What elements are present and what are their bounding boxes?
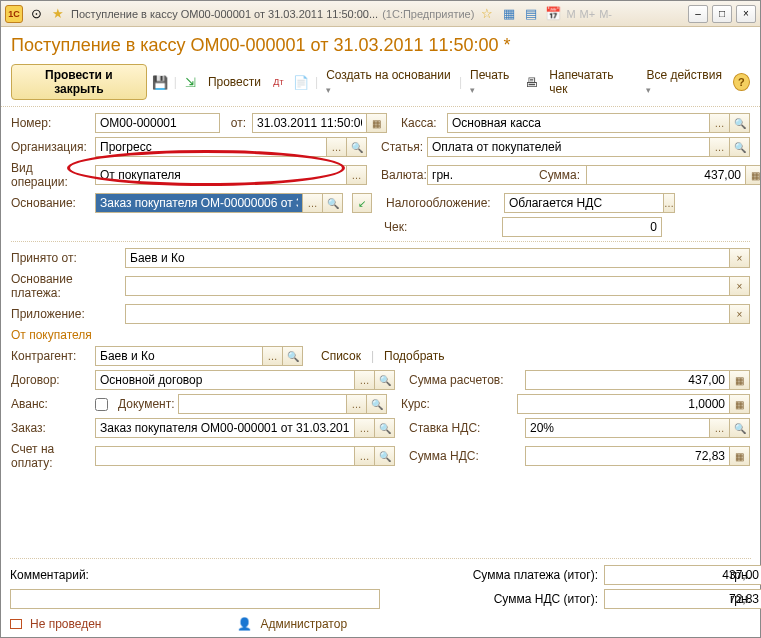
search-icon[interactable]: 🔍 xyxy=(283,346,303,366)
search-icon[interactable]: 🔍 xyxy=(730,113,750,133)
post-and-close-button[interactable]: Провести и закрыть xyxy=(11,64,147,100)
lookup-icon[interactable]: … xyxy=(347,165,367,185)
contractor-input[interactable] xyxy=(95,346,263,366)
lookup-icon[interactable]: … xyxy=(355,370,375,390)
search-icon[interactable]: 🔍 xyxy=(375,370,395,390)
vat-rate-input[interactable] xyxy=(525,418,710,438)
lookup-icon[interactable]: … xyxy=(263,346,283,366)
tax-input[interactable] xyxy=(504,193,664,213)
window-title: Поступление в кассу ОМ00-000001 от 31.03… xyxy=(71,8,378,20)
print-button[interactable]: Печать xyxy=(466,66,518,98)
app-suffix: (1С:Предприятие) xyxy=(382,8,474,20)
search-icon[interactable]: 🔍 xyxy=(730,418,750,438)
lookup-icon[interactable]: … xyxy=(303,193,323,213)
close-button[interactable]: × xyxy=(736,5,756,23)
calculator-icon[interactable]: ▦ xyxy=(730,394,750,414)
calendar-picker-icon[interactable]: ▦ xyxy=(367,113,387,133)
clear-icon[interactable]: × xyxy=(730,276,750,296)
check-input[interactable] xyxy=(502,217,662,237)
all-actions-button[interactable]: Все действия xyxy=(642,66,728,98)
lookup-icon[interactable]: … xyxy=(355,418,375,438)
label-order: Заказ: xyxy=(11,421,89,435)
comment-input[interactable] xyxy=(10,589,380,609)
contract-input[interactable] xyxy=(95,370,355,390)
search-icon[interactable]: 🔍 xyxy=(347,137,367,157)
create-based-button[interactable]: Создать на основании xyxy=(322,66,455,98)
titlebar: 1C ⊙ ★ Поступление в кассу ОМ00-000001 о… xyxy=(1,1,760,27)
lookup-icon[interactable]: … xyxy=(710,137,730,157)
doc-icon[interactable]: 📄 xyxy=(292,72,311,92)
lookup-icon[interactable]: … xyxy=(347,394,367,414)
print-check-button[interactable]: Напечатать чек xyxy=(545,66,634,98)
help-icon[interactable]: ? xyxy=(733,73,750,91)
search-icon[interactable]: 🔍 xyxy=(323,193,343,213)
fav-icon[interactable]: ☆ xyxy=(478,5,496,23)
advance-checkbox[interactable] xyxy=(95,398,108,411)
label-document: Документ: xyxy=(118,397,172,411)
status-icon xyxy=(10,619,22,629)
search-icon[interactable]: 🔍 xyxy=(730,137,750,157)
m-plus-label: M+ xyxy=(580,8,596,20)
fill-icon[interactable]: ↙ xyxy=(352,193,372,213)
currency-label: грн. xyxy=(730,568,751,582)
back-icon[interactable]: ⊙ xyxy=(27,5,45,23)
label-settlement: Сумма расчетов: xyxy=(409,373,519,387)
search-icon[interactable]: 🔍 xyxy=(367,394,387,414)
search-icon[interactable]: 🔍 xyxy=(375,418,395,438)
post-icon[interactable]: ⇲ xyxy=(181,72,200,92)
lookup-icon[interactable]: … xyxy=(327,137,347,157)
calendar-icon[interactable]: 📅 xyxy=(544,5,562,23)
label-org: Организация: xyxy=(11,140,89,154)
label-basis: Основание: xyxy=(11,196,89,210)
user-icon: 👤 xyxy=(237,617,252,631)
label-kassa: Касса: xyxy=(401,116,441,130)
label-number: Номер: xyxy=(11,116,89,130)
sum-input[interactable] xyxy=(586,165,746,185)
star-icon[interactable]: ★ xyxy=(49,5,67,23)
minimize-button[interactable]: – xyxy=(688,5,708,23)
pick-link[interactable]: Подобрать xyxy=(380,347,448,365)
label-from: от: xyxy=(226,116,246,130)
calculator-icon[interactable]: ▦ xyxy=(730,446,750,466)
label-tax: Налогообложение: xyxy=(386,196,498,210)
basis-input[interactable] xyxy=(95,193,303,213)
calculator-icon[interactable]: ▦ xyxy=(746,165,761,185)
section-from-buyer: От покупателя xyxy=(11,328,750,342)
label-invoice: Счет на оплату: xyxy=(11,442,89,470)
received-input[interactable] xyxy=(125,248,730,268)
date-input[interactable] xyxy=(252,113,367,133)
lookup-icon[interactable]: … xyxy=(710,418,730,438)
history-icon[interactable]: ▦ xyxy=(500,5,518,23)
label-vat-rate: Ставка НДС: xyxy=(409,421,519,435)
rate-input[interactable] xyxy=(517,394,730,414)
post-button[interactable]: Провести xyxy=(204,73,265,91)
lookup-icon[interactable]: … xyxy=(664,193,675,213)
label-comment: Комментарий: xyxy=(10,568,88,582)
toolbar: Провести и закрыть 💾 | ⇲ Провести Дт 📄 |… xyxy=(1,60,760,107)
currency-label: грн. xyxy=(730,592,751,606)
vat-sum-input[interactable] xyxy=(525,446,730,466)
org-input[interactable] xyxy=(95,137,327,157)
search-icon[interactable]: 🔍 xyxy=(375,446,395,466)
invoice-input[interactable] xyxy=(95,446,355,466)
lookup-icon[interactable]: … xyxy=(710,113,730,133)
settlement-input[interactable] xyxy=(525,370,730,390)
save-icon[interactable]: 💾 xyxy=(151,72,170,92)
maximize-button[interactable]: □ xyxy=(712,5,732,23)
dt-kt-icon[interactable]: Дт xyxy=(269,72,288,92)
clear-icon[interactable]: × xyxy=(730,304,750,324)
printer-icon[interactable]: 🖶 xyxy=(522,72,541,92)
calculator-icon[interactable]: ▦ xyxy=(730,370,750,390)
kassa-input[interactable] xyxy=(447,113,710,133)
attachment-input[interactable] xyxy=(125,304,730,324)
optype-input[interactable] xyxy=(95,165,347,185)
calc-icon[interactable]: ▤ xyxy=(522,5,540,23)
number-input[interactable] xyxy=(95,113,220,133)
list-link[interactable]: Список xyxy=(317,347,365,365)
lookup-icon[interactable]: … xyxy=(355,446,375,466)
order-input[interactable] xyxy=(95,418,355,438)
pay-basis-input[interactable] xyxy=(125,276,730,296)
article-input[interactable] xyxy=(427,137,710,157)
clear-icon[interactable]: × xyxy=(730,248,750,268)
document-input[interactable] xyxy=(178,394,347,414)
